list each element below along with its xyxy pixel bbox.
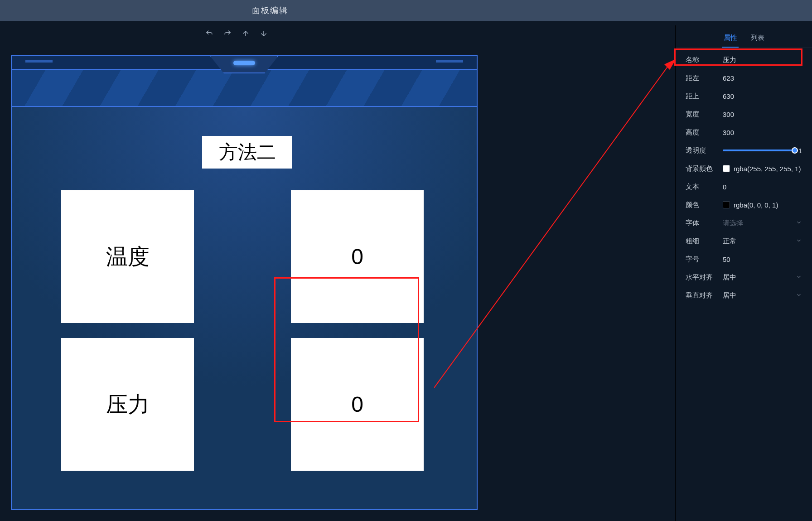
prop-name[interactable]: 名称 压力 [676,51,812,69]
prop-halign-label: 水平对齐 [686,273,723,282]
prop-font[interactable]: 字体 请选择 [676,214,812,232]
prop-font-value: 请选择 [723,219,796,227]
pressure-label-card[interactable]: 压力 [61,338,194,471]
temperature-value-card[interactable]: 0 [291,190,424,323]
prop-width-value: 300 [723,111,802,118]
color-swatch[interactable] [723,201,730,208]
prop-left-value: 623 [723,74,802,82]
chevron-down-icon [796,237,802,245]
move-up-button[interactable] [239,27,252,40]
prop-color-label: 颜色 [686,201,723,209]
prop-valign-value: 居中 [723,291,796,300]
temperature-value-text: 0 [351,244,363,269]
prop-halign-value: 居中 [723,273,796,282]
tab-properties[interactable]: 属性 [722,29,739,48]
prop-fontsize[interactable]: 字号 50 [676,250,812,268]
prop-fontsize-value: 50 [723,256,802,263]
pressure-value-text: 0 [351,392,363,417]
prop-top-value: 630 [723,92,802,100]
prop-left[interactable]: 距左 623 [676,69,812,87]
prop-valign-label: 垂直对齐 [686,291,723,300]
chevron-down-icon [796,292,802,299]
prop-text-value: 0 [723,183,802,191]
pressure-label-text: 压力 [106,390,150,419]
prop-weight-label: 粗细 [686,237,723,246]
prop-width[interactable]: 宽度 300 [676,105,812,123]
undo-button[interactable] [203,27,216,40]
temperature-label-card[interactable]: 温度 [61,190,194,323]
redo-button[interactable] [221,27,234,40]
tab-list-label: 列表 [751,34,764,41]
prop-top[interactable]: 距上 630 [676,87,812,105]
prop-opacity-value: 1 [798,147,802,154]
prop-left-label: 距左 [686,74,723,82]
prop-color[interactable]: 颜色 rgba(0, 0, 0, 1) [676,196,812,214]
canvas-body: 方法二 温度 0 压力 0 [12,107,477,509]
chevron-down-icon [796,219,802,227]
tab-list[interactable]: 列表 [749,29,766,48]
prop-bgcolor-label: 背景颜色 [686,164,723,173]
move-down-button[interactable] [257,27,270,40]
prop-opacity[interactable]: 透明度 1 [676,141,812,159]
prop-weight-value: 正常 [723,237,796,246]
properties-panel: 属性 列表 名称 压力 距左 623 距上 630 宽度 300 高度 300 … [675,25,812,521]
prop-name-label: 名称 [686,56,723,64]
prop-halign[interactable]: 水平对齐 居中 [676,268,812,286]
prop-font-label: 字体 [686,219,723,227]
prop-height-label: 高度 [686,128,723,137]
prop-fontsize-label: 字号 [686,255,723,264]
prop-text[interactable]: 文本 0 [676,178,812,196]
panel-tabs: 属性 列表 [676,25,812,48]
prop-color-value: rgba(0, 0, 0, 1) [734,201,778,209]
prop-bgcolor-value: rgba(255, 255, 255, 1) [734,165,801,173]
prop-weight[interactable]: 粗细 正常 [676,232,812,250]
prop-height-value: 300 [723,129,802,136]
prop-width-label: 宽度 [686,110,723,119]
editor-canvas[interactable]: 方法二 温度 0 压力 0 [11,55,478,510]
prop-text-label: 文本 [686,183,723,191]
app-title: 面板编辑 [252,5,288,16]
title-bar: 面板编辑 [0,0,812,21]
temperature-label-text: 温度 [106,242,150,271]
chevron-down-icon [796,274,802,281]
pressure-value-card[interactable]: 0 [291,338,424,471]
title-card-text: 方法二 [219,140,276,165]
property-rows: 名称 压力 距左 623 距上 630 宽度 300 高度 300 透明度 1 … [676,48,812,307]
canvas-header-decoration [12,56,477,107]
prop-opacity-label: 透明度 [686,146,723,155]
title-card[interactable]: 方法二 [202,136,292,169]
prop-height[interactable]: 高度 300 [676,123,812,141]
prop-name-value: 压力 [723,56,802,64]
prop-top-label: 距上 [686,92,723,101]
tab-properties-label: 属性 [724,34,737,41]
prop-valign[interactable]: 垂直对齐 居中 [676,286,812,304]
svg-marker-1 [664,59,676,70]
bgcolor-swatch[interactable] [723,165,730,172]
prop-bgcolor[interactable]: 背景颜色 rgba(255, 255, 255, 1) [676,159,812,178]
prop-opacity-slider[interactable]: 1 [723,147,802,154]
